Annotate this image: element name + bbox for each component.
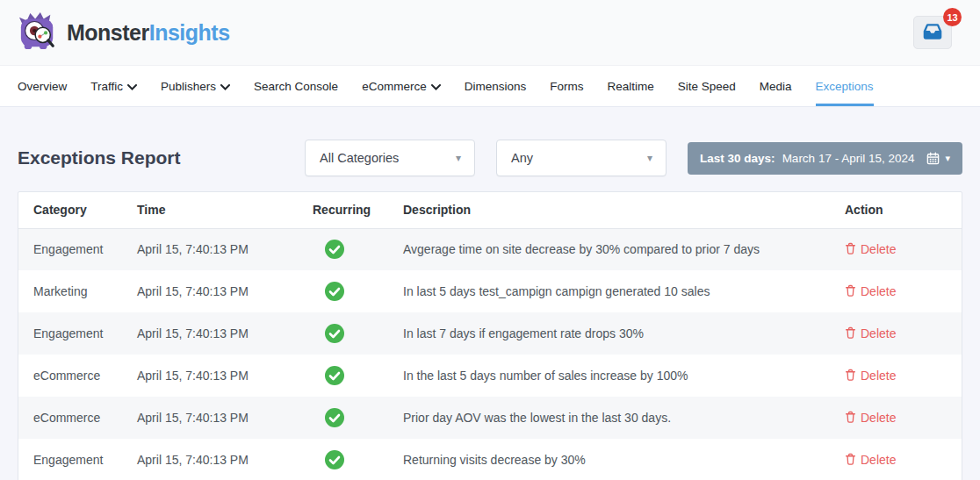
caret-down-icon: ▾ [647,152,652,164]
category-cell: eCommerce [18,355,137,397]
chevron-down-icon [127,84,137,90]
delete-label: Delete [861,369,896,383]
recurring-cell [313,397,403,439]
tab-realtime[interactable]: Realtime [607,66,653,106]
recurring-check-icon [325,282,344,301]
tab-traffic[interactable]: Traffic [90,66,137,106]
description-cell: In the last 5 days number of sales incre… [403,355,845,397]
trash-icon [845,284,856,299]
report-header: Exceptions Report All Categories ▾ Any ▾… [18,140,962,176]
monsterinsights-mascot-icon [18,11,58,54]
description-cell: In last 7 days if engagement rate drops … [403,312,845,355]
recurring-check-icon [325,240,344,259]
description-cell: Avgerage time on site decrease by 30% co… [403,228,845,270]
category-cell: eCommerce [18,397,137,439]
brand-logo: MonsterInsights [18,11,230,54]
delete-label: Delete [861,411,896,425]
table-row: Engagement April 15, 7:40:13 PM Avgerage… [18,228,962,270]
category-cell: Marketing [18,270,137,312]
recurring-cell [313,228,403,270]
recurring-check-icon [325,366,344,385]
recurring-check-icon [325,450,344,469]
trash-icon [845,369,856,383]
delete-label: Delete [861,453,896,467]
delete-button[interactable]: Delete [845,411,896,426]
delete-label: Delete [861,326,896,340]
column-header-category: Category [18,192,137,228]
recurring-cell [313,355,403,397]
column-header-description: Description [403,192,845,228]
delete-button[interactable]: Delete [845,284,896,299]
description-cell: Returning visits decrease by 30% [403,439,845,480]
description-cell: In last 5 days test_campign campign gene… [403,270,845,312]
tab-overview[interactable]: Overview [18,66,67,106]
category-filter-select[interactable]: All Categories ▾ [305,140,475,176]
delete-button[interactable]: Delete [845,453,896,468]
tab-media[interactable]: Media [760,66,792,106]
notification-count-badge: 13 [943,8,962,26]
recurring-cell [313,270,403,312]
time-cell: April 15, 7:40:13 PM [137,397,313,439]
action-cell: Delete [845,355,962,397]
time-cell: April 15, 7:40:13 PM [137,312,313,355]
table-row: eCommerce April 15, 7:40:13 PM Prior day… [18,397,962,439]
table-row: Marketing April 15, 7:40:13 PM In last 5… [18,270,962,312]
content-area: Exceptions Report All Categories ▾ Any ▾… [0,140,980,480]
tab-site-speed[interactable]: Site Speed [678,66,736,106]
time-cell: April 15, 7:40:13 PM [137,355,313,397]
tab-ecommerce[interactable]: eCommerce [362,66,441,106]
tab-forms[interactable]: Forms [550,66,583,106]
top-header: MonsterInsights 13 [0,0,980,66]
brand-name-secondary: Insights [149,20,230,45]
action-cell: Delete [845,439,962,480]
delete-button[interactable]: Delete [845,242,896,257]
tab-search-console[interactable]: Search Console [254,66,338,106]
notifications-area: 13 [913,16,952,49]
type-filter-value: Any [511,151,533,165]
action-cell: Delete [845,270,962,312]
trash-icon [845,411,856,426]
delete-button[interactable]: Delete [845,326,896,341]
action-cell: Delete [845,228,962,270]
exceptions-table-body: Engagement April 15, 7:40:13 PM Avgerage… [18,228,962,480]
caret-down-icon: ▾ [456,152,461,164]
trash-icon [845,326,856,341]
date-range-value: March 17 - April 15, 2024 [782,152,915,165]
brand-name-primary: Monster [67,20,149,45]
category-cell: Engagement [18,312,137,355]
delete-button[interactable]: Delete [845,369,896,383]
table-row: eCommerce April 15, 7:40:13 PM In the la… [18,355,962,397]
category-cell: Engagement [18,228,137,270]
main-nav: Overview Traffic Publishers Search Conso… [0,66,980,107]
trash-icon [845,453,856,468]
calendar-icon [926,152,940,165]
column-header-time: Time [137,192,313,228]
recurring-check-icon [325,324,344,343]
tab-publishers[interactable]: Publishers [161,66,230,106]
table-row: Engagement April 15, 7:40:13 PM In last … [18,312,962,355]
column-header-action: Action [845,192,962,228]
brand-name: MonsterInsights [67,20,230,46]
time-cell: April 15, 7:40:13 PM [137,270,313,312]
column-header-recurring: Recurring [313,192,403,228]
trash-icon [845,242,856,257]
table-header-row: Category Time Recurring Description Acti… [18,192,962,228]
page-title: Exceptions Report [18,147,181,168]
recurring-cell [313,439,403,480]
tab-dimensions[interactable]: Dimensions [465,66,527,106]
delete-label: Delete [861,242,896,256]
type-filter-select[interactable]: Any ▾ [496,140,667,176]
date-range-label: Last 30 days: [700,152,775,165]
exceptions-table: Category Time Recurring Description Acti… [18,191,962,480]
recurring-check-icon [325,408,344,427]
tab-exceptions[interactable]: Exceptions [816,66,874,106]
report-filters: All Categories ▾ Any ▾ Last 30 days: Mar… [305,140,962,176]
recurring-cell [313,312,403,355]
date-range-button[interactable]: Last 30 days: March 17 - April 15, 2024 … [688,142,962,175]
inbox-icon [921,22,944,44]
action-cell: Delete [845,397,962,439]
chevron-down-icon [220,84,230,90]
caret-down-icon: ▾ [945,153,950,164]
action-cell: Delete [845,312,962,355]
table-row: Engagement April 15, 7:40:13 PM Returnin… [18,439,962,480]
